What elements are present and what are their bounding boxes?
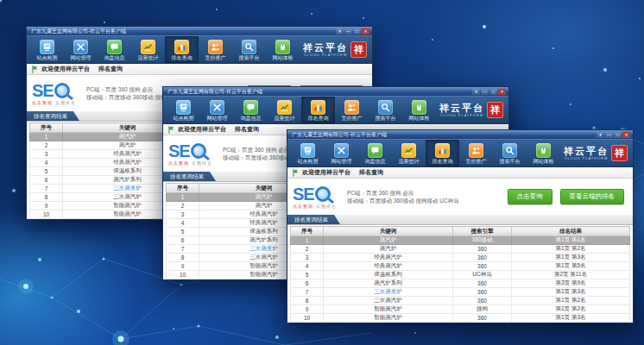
cell-se: 360 xyxy=(453,254,512,262)
close-icon[interactable]: ✕ xyxy=(498,89,506,95)
minimize-icon[interactable]: — xyxy=(481,89,489,95)
seo-logo: SE 点击查询全面排名 xyxy=(32,82,76,105)
skin-icon[interactable]: ▾ xyxy=(472,89,480,95)
magnifier-icon xyxy=(54,83,70,98)
cell-no: 4 xyxy=(291,262,324,271)
toolbar-item-search-platform[interactable]: 搜索平台 xyxy=(369,97,402,123)
site-checkup-icon xyxy=(275,40,290,54)
toolbar-item-site-check[interactable]: 站点检测 xyxy=(167,97,200,123)
toolbar-item-promotion[interactable]: 竞价推广 xyxy=(459,140,493,166)
header-no: 序号 xyxy=(167,184,199,193)
toolbar-item-search-platform[interactable]: 搜索平台 xyxy=(493,140,527,166)
welcome-banner: 欢迎使用祥云平台 排名查询 xyxy=(287,167,633,179)
cell-rk: 第1页 第5名 xyxy=(512,262,630,271)
seo-caption: 点击查询全面排名 xyxy=(293,204,337,209)
toolbar-item-inquiry[interactable]: 询盘信息 xyxy=(358,140,392,166)
toolbar-items: 站点检测网站管理询盘信息流量统计排名查询竞价推广搜索平台网站体检 xyxy=(291,140,560,166)
cell-no: 10 xyxy=(30,210,63,219)
table-row[interactable]: 9智能蒸汽炉搜狗第1页 第2名 xyxy=(291,305,630,314)
tab-rank-results[interactable]: 排名查询结果 xyxy=(27,111,79,121)
toolbar-item-site-manage[interactable]: 网站管理 xyxy=(325,140,358,166)
minimize-icon[interactable]: — xyxy=(605,132,613,138)
toolbar-item-label: 排名查询 xyxy=(308,116,329,121)
window-controls: ▾—□✕ xyxy=(335,28,369,34)
maximize-icon[interactable]: □ xyxy=(489,89,497,95)
toolbar-item-site-manage[interactable]: 网站管理 xyxy=(64,36,98,63)
tab-rank-results[interactable]: 排名查询结果 xyxy=(163,172,216,181)
table-row[interactable]: 1蒸汽炉360移动第1页 第1名 xyxy=(291,236,630,245)
cell-rk: 第1页 第3名 xyxy=(512,288,630,297)
cell-se: 360 xyxy=(453,262,512,271)
cell-no: 3 xyxy=(167,210,199,219)
cell-no: 8 xyxy=(30,193,63,202)
tab-rank-results[interactable]: 排名查询结果 xyxy=(287,215,340,224)
toolbar-items: 站点检测网站管理询盘信息流量统计排名查询竞价推广搜索平台网站体检 xyxy=(167,97,436,123)
toolbar-item-traffic-stats[interactable]: 流量统计 xyxy=(131,36,165,63)
titlebar[interactable]: 广东九康王监网有限公司-祥云平台客户端 ▾—□✕ xyxy=(287,130,633,139)
close-icon[interactable]: ✕ xyxy=(622,132,630,138)
skin-icon[interactable]: ▾ xyxy=(597,132,604,138)
table-row[interactable]: 10智能蒸汽炉360第1页 第3名 xyxy=(291,314,630,323)
toolbar-item-search-platform[interactable]: 搜索平台 xyxy=(232,36,266,63)
window-controls: ▾—□✕ xyxy=(471,89,506,95)
toolbar-item-promotion[interactable]: 竞价推广 xyxy=(335,97,369,123)
toolbar-item-rank-query[interactable]: 排名查询 xyxy=(165,36,199,63)
titlebar[interactable]: 广东九康王监网有限公司-祥云平台客户端 ▾—□✕ xyxy=(163,87,508,96)
welcome-text: 欢迎使用祥云平台 xyxy=(41,65,90,73)
cell-no: 7 xyxy=(291,288,324,297)
toolbar-item-rank-query[interactable]: 排名查询 xyxy=(301,97,335,123)
inquiry-icon xyxy=(368,143,382,158)
welcome-text: 欢迎使用祥云平台 xyxy=(302,168,350,177)
search-platform-icon xyxy=(502,143,517,158)
toolbar-item-label: 网站体检 xyxy=(534,159,554,164)
toolbar-item-site-checkup[interactable]: 网站体检 xyxy=(266,36,300,63)
toolbar-item-traffic-stats[interactable]: 流量统计 xyxy=(268,97,301,123)
toolbar-item-promotion[interactable]: 竞价推广 xyxy=(199,36,232,63)
cell-no: 5 xyxy=(291,271,324,279)
toolbar-item-label: 排名查询 xyxy=(432,159,453,164)
cell-se: 360移动 xyxy=(453,236,512,245)
cell-se: 360 xyxy=(453,245,512,254)
table-row[interactable]: 4经典蒸汽炉360第1页 第5名 xyxy=(291,262,630,271)
welcome-text: 欢迎使用祥云平台 xyxy=(178,125,226,134)
toolbar: 站点检测网站管理询盘信息流量统计排名查询竞价推广搜索平台网站体检 祥云平台 CL… xyxy=(27,35,372,64)
maximize-icon[interactable]: □ xyxy=(353,28,361,34)
header-keyword: 关键词 xyxy=(324,227,453,236)
cell-kw: 三次蒸汽炉 xyxy=(324,297,453,305)
toolbar-item-label: 网站体检 xyxy=(409,116,430,121)
view-cloud-rank-button[interactable]: 查看云端的排名 xyxy=(560,189,625,204)
query-button[interactable]: 点击查询 xyxy=(508,189,552,204)
toolbar-item-site-manage[interactable]: 网站管理 xyxy=(200,97,234,123)
toolbar-item-traffic-stats[interactable]: 流量统计 xyxy=(392,140,426,166)
toolbar-item-inquiry[interactable]: 询盘信息 xyxy=(98,36,131,63)
toolbar-item-inquiry[interactable]: 询盘信息 xyxy=(234,97,268,123)
toolbar-item-site-check[interactable]: 站点检测 xyxy=(291,140,325,166)
skin-icon[interactable]: ▾ xyxy=(336,28,344,34)
toolbar-item-rank-query[interactable]: 排名查询 xyxy=(426,140,459,166)
cell-rk: 第1页 第2名 xyxy=(512,245,630,254)
titlebar[interactable]: 广东九康王监网有限公司-祥云平台客户端 ▾—□✕ xyxy=(27,27,372,35)
cell-kw: 蒸汽炉系列 xyxy=(324,279,453,288)
table-row[interactable]: 3经典蒸汽炉360第1页 第3名 xyxy=(291,254,630,262)
toolbar-item-site-checkup[interactable]: 网站体检 xyxy=(527,140,560,166)
engine-list: PC端：百度 360 搜狗 必应 移动端：百度移动 360移动 搜狗移动 UC神… xyxy=(347,189,459,204)
table-row[interactable]: 5保温板系列UC神马第2页 第11名 xyxy=(291,271,630,279)
cell-se: UC神马 xyxy=(453,271,512,279)
toolbar-item-site-check[interactable]: 站点检测 xyxy=(30,36,64,63)
flag-icon xyxy=(32,66,38,73)
close-icon[interactable]: ✕ xyxy=(362,28,369,34)
table-row[interactable]: 2蒸汽炉360第1页 第2名 xyxy=(291,245,630,254)
brand-name: 祥云平台 xyxy=(564,147,609,156)
section-title: 排名查询 xyxy=(359,168,383,177)
table-row[interactable]: 8三次蒸汽炉360第1页 第2名 xyxy=(291,297,630,305)
maximize-icon[interactable]: □ xyxy=(614,132,622,138)
toolbar-item-site-checkup[interactable]: 网站体检 xyxy=(402,97,436,123)
toolbar-item-label: 站点检测 xyxy=(37,55,58,60)
table-row[interactable]: 7三次蒸煮炉360第1页 第3名 xyxy=(291,288,630,297)
site-checkup-icon xyxy=(536,143,551,158)
engine-list-mobile: 移动端：百度移动 360移动 搜狗移动 UC神马 xyxy=(347,197,459,204)
table-row[interactable]: 6蒸汽炉系列360第3页 第9名 xyxy=(291,279,630,288)
minimize-icon[interactable]: — xyxy=(344,28,352,34)
cell-no: 1 xyxy=(30,133,63,141)
cell-se: 360 xyxy=(453,279,512,288)
